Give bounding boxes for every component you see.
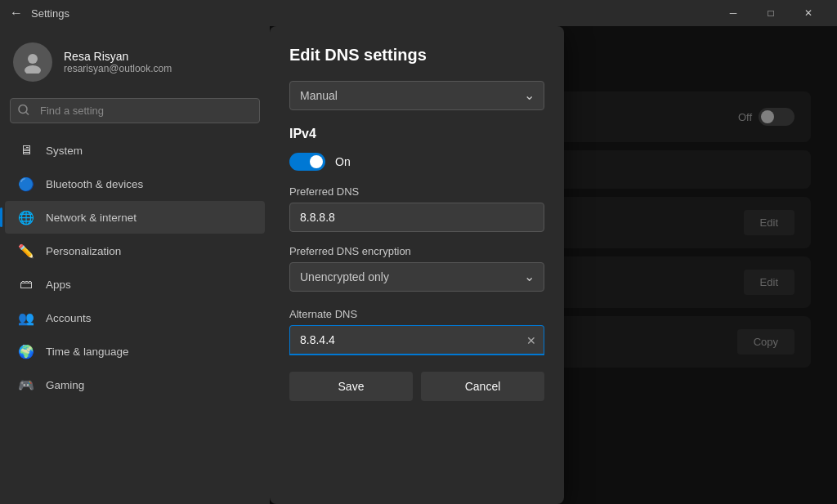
nav-icon-personalization: ✏️ xyxy=(18,243,34,259)
sidebar-item-accounts[interactable]: 👥 Accounts xyxy=(5,301,265,334)
svg-point-1 xyxy=(25,65,41,74)
sidebar-item-label: Personalization xyxy=(46,245,121,257)
sidebar-item-label: Time & language xyxy=(46,346,129,358)
search-box[interactable] xyxy=(10,98,260,123)
sidebar-item-label: Bluetooth & devices xyxy=(46,178,143,190)
dns-mode-select[interactable]: Manual Automatic (DHCP) xyxy=(289,81,544,110)
preferred-dns-input[interactable] xyxy=(289,203,544,232)
user-info: Resa Risyan resarisyan@outlook.com xyxy=(64,50,172,74)
svg-point-0 xyxy=(28,54,38,64)
cancel-button[interactable]: Cancel xyxy=(421,372,544,401)
sidebar-item-system[interactable]: 🖥 System xyxy=(5,134,265,167)
sidebar-item-bluetooth[interactable]: 🔵 Bluetooth & devices xyxy=(5,167,265,200)
app-title: Settings xyxy=(31,7,714,20)
modal-overlay: Edit DNS settings Manual Automatic (DHCP… xyxy=(270,26,837,504)
sidebar-item-label: Accounts xyxy=(46,312,92,324)
modal-title: Edit DNS settings xyxy=(289,46,544,65)
nav-icon-time: 🌍 xyxy=(18,343,34,359)
alternate-dns-label: Alternate DNS xyxy=(289,308,544,320)
preferred-dns-encryption-label: Preferred DNS encryption xyxy=(289,245,544,257)
sidebar-item-label: Gaming xyxy=(46,379,84,391)
nav-list: 🖥 System🔵 Bluetooth & devices🌐 Network &… xyxy=(0,133,270,402)
alternate-dns-input[interactable] xyxy=(289,325,544,355)
input-clear-icon[interactable]: ✕ xyxy=(526,334,536,347)
nav-icon-apps: 🗃 xyxy=(18,276,34,292)
sidebar-item-time[interactable]: 🌍 Time & language xyxy=(5,335,265,368)
app-body: Resa Risyan resarisyan@outlook.com 🖥 Sys… xyxy=(0,26,837,504)
title-bar: ← Settings ─ □ ✕ xyxy=(0,0,837,26)
user-email: resarisyan@outlook.com xyxy=(64,63,172,74)
preferred-dns-label: Preferred DNS xyxy=(289,185,544,198)
sidebar-item-apps[interactable]: 🗃 Apps xyxy=(5,268,265,301)
sidebar-item-personalization[interactable]: ✏️ Personalization xyxy=(5,234,265,267)
user-section: Resa Risyan resarisyan@outlook.com xyxy=(0,26,270,95)
search-icon xyxy=(18,104,29,118)
ipv4-toggle-label: On xyxy=(335,155,351,168)
svg-line-3 xyxy=(26,112,29,114)
modal-actions: Save Cancel xyxy=(289,372,544,401)
search-input[interactable] xyxy=(10,98,260,123)
ipv4-heading: IPv4 xyxy=(289,127,544,141)
ipv4-toggle-row: On xyxy=(289,153,544,171)
window-controls: ─ □ ✕ xyxy=(714,0,827,26)
minimize-button[interactable]: ─ xyxy=(714,0,752,26)
nav-icon-network: 🌐 xyxy=(18,209,34,225)
nav-icon-gaming: 🎮 xyxy=(18,377,34,393)
nav-icon-accounts: 👥 xyxy=(18,310,34,326)
nav-icon-system: 🖥 xyxy=(18,142,34,158)
dns-mode-select-wrap[interactable]: Manual Automatic (DHCP) xyxy=(289,81,544,110)
close-button[interactable]: ✕ xyxy=(790,0,827,26)
sidebar-item-label: Network & internet xyxy=(46,212,137,224)
save-button[interactable]: Save xyxy=(289,372,413,401)
user-name: Resa Risyan xyxy=(64,50,172,63)
nav-icon-bluetooth: 🔵 xyxy=(18,176,34,192)
edit-dns-modal: Edit DNS settings Manual Automatic (DHCP… xyxy=(270,26,564,504)
dns-encryption-select[interactable]: Unencrypted only Encrypted preferred Enc… xyxy=(289,262,544,292)
dns-encryption-select-wrap[interactable]: Unencrypted only Encrypted preferred Enc… xyxy=(289,262,544,292)
ipv4-toggle[interactable] xyxy=(289,153,325,171)
main-content: Ethernet ducehis Off a usage on this net… xyxy=(270,26,837,504)
sidebar-item-label: System xyxy=(46,145,83,157)
svg-point-2 xyxy=(19,105,27,113)
back-button[interactable]: ← xyxy=(10,6,23,20)
sidebar-item-gaming[interactable]: 🎮 Gaming xyxy=(5,368,265,401)
sidebar-item-network[interactable]: 🌐 Network & internet xyxy=(5,201,265,234)
maximize-button[interactable]: □ xyxy=(752,0,790,26)
alternate-dns-input-wrap: ✕ xyxy=(289,325,544,355)
avatar xyxy=(13,42,52,82)
sidebar-item-label: Apps xyxy=(46,279,71,291)
sidebar: Resa Risyan resarisyan@outlook.com 🖥 Sys… xyxy=(0,26,270,504)
